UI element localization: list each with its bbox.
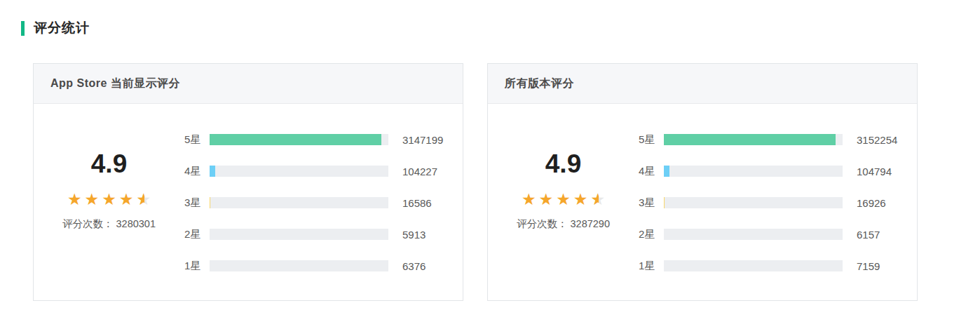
card-title: 所有版本评分 [488,64,917,104]
rating-breakdown: 5星 3152254 4星 104794 3星 16926 [639,104,917,292]
rating-summary: 4.9 ★★★★★★★★★★ 评分次数：3280301 [34,104,184,292]
rating-value: 104227 [402,166,437,177]
star-level-label: 2星 [639,228,664,241]
rating-bar-row: 1星 7159 [639,260,917,271]
star-level-label: 4星 [639,165,664,178]
bar-track [210,197,388,208]
bar-track [210,166,388,177]
rating-value: 6376 [402,260,426,272]
star-icon: ★★ [136,189,151,209]
star-level-label: 5星 [639,133,664,147]
star-icon: ★★ [522,189,536,209]
rating-summary: 4.9 ★★★★★★★★★★ 评分次数：3287290 [488,104,639,292]
bar-fill [210,166,215,177]
card-title: App Store 当前显示评分 [34,64,463,104]
card-all-versions-rating: 所有版本评分 4.9 ★★★★★★★★★★ 评分次数：3287290 5星 31… [487,63,918,301]
star-level-label: 2星 [184,228,210,241]
bar-track [210,134,388,145]
bar-fill [210,134,381,145]
rating-bar-row: 3星 16926 [639,197,917,208]
star-icon: ★★ [119,189,134,209]
bar-track [664,229,843,240]
star-level-label: 3星 [639,196,664,210]
rating-bar-row: 5星 3152254 [639,134,917,145]
section-header: 评分统计 [21,19,980,37]
rating-bar-row: 4星 104227 [184,166,463,177]
rating-breakdown: 5星 3147199 4星 104227 3星 16586 [184,104,463,292]
bar-track [664,197,843,208]
star-icon: ★★ [85,189,100,209]
rating-bar-row: 3星 16586 [184,197,463,208]
card-body: 4.9 ★★★★★★★★★★ 评分次数：3280301 5星 3147199 4… [34,104,463,292]
rating-stats-section: 评分统计 App Store 当前显示评分 4.9 ★★★★★★★★★★ 评分次… [0,0,980,301]
rating-score: 4.9 [34,149,184,180]
rating-value: 104794 [857,166,892,177]
star-level-label: 1星 [184,260,210,273]
rating-value: 3152254 [857,134,897,146]
rating-count-value: 3287290 [571,218,610,229]
bar-track [210,260,388,271]
star-level-label: 3星 [184,196,210,210]
rating-value: 6157 [857,229,880,241]
card-appstore-current-rating: App Store 当前显示评分 4.9 ★★★★★★★★★★ 评分次数：328… [33,63,463,301]
rating-count: 评分次数：3280301 [34,217,184,231]
bar-fill [210,197,210,208]
star-icon: ★★ [102,189,116,209]
rating-score: 4.9 [488,149,639,180]
rating-bar-row: 2星 5913 [184,229,463,240]
star-rating: ★★★★★★★★★★ [488,189,639,209]
rating-value: 16586 [402,197,432,209]
rating-value: 3147199 [402,134,443,146]
star-icon: ★★ [67,189,82,209]
rating-value: 5913 [402,229,426,241]
star-icon: ★★ [573,189,588,209]
rating-value: 7159 [857,260,880,272]
bar-fill [664,197,665,208]
bar-fill [664,166,669,177]
section-title: 评分统计 [34,19,90,37]
bar-track [664,166,843,177]
rating-cards-row: App Store 当前显示评分 4.9 ★★★★★★★★★★ 评分次数：328… [33,63,980,301]
bar-track [210,229,388,240]
star-icon: ★★ [590,189,605,209]
bar-track [664,260,843,271]
star-icon: ★★ [556,189,571,209]
rating-count-value: 3280301 [116,218,156,229]
star-icon: ★★ [539,189,554,209]
bar-track [664,134,843,145]
star-level-label: 1星 [639,260,664,273]
rating-count: 评分次数：3287290 [488,217,639,231]
star-level-label: 4星 [184,165,210,178]
star-rating: ★★★★★★★★★★ [34,189,184,209]
title-accent-bar-icon [21,21,25,36]
bar-fill [664,134,836,145]
rating-bar-row: 5星 3147199 [184,134,463,145]
rating-bar-row: 4星 104794 [639,166,917,177]
rating-count-label: 评分次数： [62,218,114,229]
rating-bar-row: 1星 6376 [184,260,463,271]
star-level-label: 5星 [184,133,210,147]
bar-fill [664,260,665,271]
rating-value: 16926 [857,197,886,209]
rating-bar-row: 2星 6157 [639,229,917,240]
rating-count-label: 评分次数： [517,218,568,229]
card-body: 4.9 ★★★★★★★★★★ 评分次数：3287290 5星 3152254 4… [488,104,917,292]
